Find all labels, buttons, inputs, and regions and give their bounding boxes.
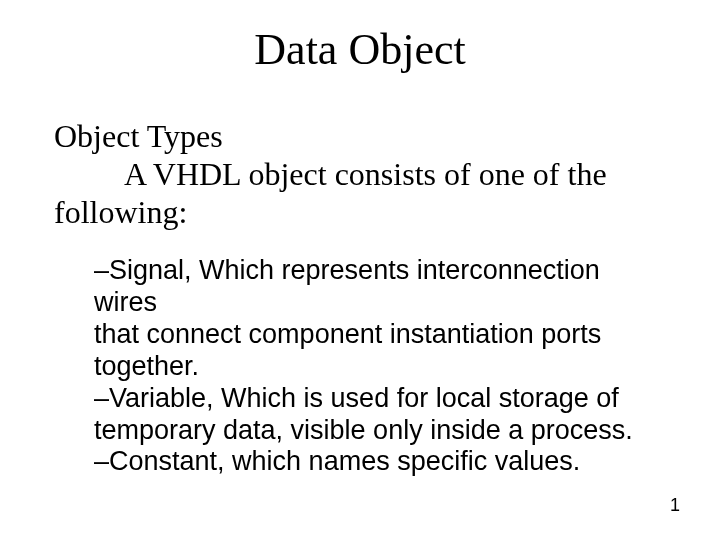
bullet-1-line-1: –Signal, Which represents interconnectio… (94, 255, 646, 319)
page-number: 1 (670, 495, 680, 516)
bullet-list: –Signal, Which represents interconnectio… (94, 255, 646, 478)
page-title: Data Object (0, 24, 720, 75)
bullet-3-line-1: –Constant, which names specific values. (94, 446, 646, 478)
intro-line-2: A VHDL object consists of one of the (54, 156, 666, 194)
slide: Data Object Object Types A VHDL object c… (0, 0, 720, 540)
intro-line-3: following: (54, 194, 666, 232)
subheading: Object Types (54, 118, 666, 156)
intro-text-2: A VHDL object consists of one of the (124, 156, 607, 192)
bullet-1-line-2: that connect component instantiation por… (94, 319, 646, 351)
bullet-2-line-1: –Variable, Which is used for local stora… (94, 383, 646, 415)
bullet-2-line-2: temporary data, visible only inside a pr… (94, 415, 646, 447)
body-text: Object Types A VHDL object consists of o… (54, 118, 666, 478)
bullet-1-line-3: together. (94, 351, 646, 383)
